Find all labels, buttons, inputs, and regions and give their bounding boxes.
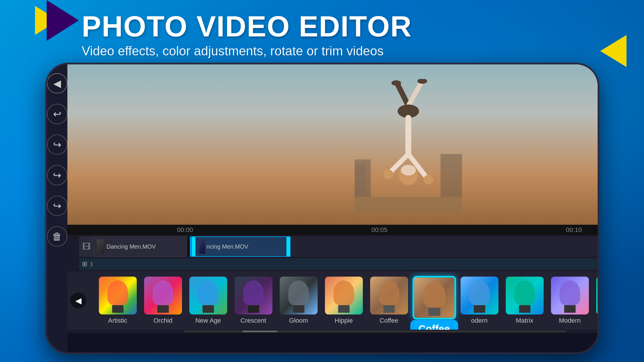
filter-item-artistic[interactable]: Artistic	[95, 277, 140, 324]
filter-item-hippie[interactable]: Hippie	[321, 277, 366, 324]
filter-item-matrix1[interactable]: Matrix	[502, 277, 547, 324]
import-icon: ↪	[53, 139, 61, 150]
filter-label-artistic: Artistic	[108, 317, 127, 324]
main-content: 00:00 00:05 00:10 🎞 Dancing Men.MOV	[67, 64, 599, 352]
clip-2-label: ncing Men.MOV	[206, 243, 287, 250]
undo-button[interactable]: ↩	[47, 104, 67, 124]
svg-point-11	[391, 80, 401, 86]
filter-label-modern1: odern	[471, 317, 487, 324]
header-area: PHOTO VIDEO EDITOR Video effects, color …	[82, 12, 412, 58]
delete-icon: 🗑	[52, 231, 62, 242]
filter-label-gloom: Gloom	[289, 317, 308, 324]
timeline-track[interactable]: 🎞 Dancing Men.MOV ncing Men.MOV	[79, 236, 599, 257]
filter-prev-button[interactable]: ◀	[70, 293, 86, 309]
svg-rect-0	[355, 197, 462, 213]
filter-label-coffee1: Coffee	[379, 317, 398, 324]
svg-rect-14	[440, 154, 462, 197]
filter-thumb-coffee2	[412, 276, 456, 320]
coffee-tooltip: Coffee	[410, 320, 458, 330]
layers-count: 1	[90, 261, 93, 267]
filter-thumb-modern2	[551, 277, 589, 314]
filter-item-modern2[interactable]: Modern	[547, 277, 592, 324]
subtitle-track[interactable]: ⊞ 1	[79, 258, 599, 270]
filter-prev-icon: ◀	[75, 296, 82, 305]
svg-point-8	[424, 175, 433, 184]
redo-icon: ↪	[53, 200, 61, 212]
timeline-ruler: 00:00 00:05 00:10	[67, 225, 599, 235]
filter-label-orchid: Orchid	[153, 317, 172, 324]
phone-mockup: ◀ ↩ ↪ ↩ ↪ 🗑	[45, 63, 599, 354]
svg-line-2	[408, 82, 422, 106]
video-preview	[67, 64, 599, 225]
filter-thumb-matrix1	[506, 277, 544, 314]
filter-thumb-coffee1	[370, 277, 408, 314]
filter-item-crescent[interactable]: Crescent	[231, 277, 276, 324]
filter-label-modern2: Modern	[559, 317, 581, 324]
clip-1-label: Dancing Men.MOV	[106, 243, 156, 250]
filter-item-orchid[interactable]: Orchid	[140, 277, 186, 324]
import-button[interactable]: ↪	[47, 134, 67, 155]
scrollbar-track	[184, 331, 566, 332]
track-icon: 🎞	[79, 236, 94, 257]
clip-2[interactable]: ncing Men.MOV	[191, 236, 290, 257]
svg-rect-15	[355, 165, 365, 197]
filter-thumb-gloom	[280, 277, 318, 314]
app-title: PHOTO VIDEO EDITOR	[82, 12, 412, 41]
filter-thumb-artistic	[99, 277, 137, 314]
filter-label-matrix1: Matrix	[516, 317, 533, 324]
scrollbar-thumb[interactable]	[242, 331, 277, 332]
undo-icon: ↩	[53, 108, 61, 120]
clip-thumbnail-1	[97, 239, 104, 254]
svg-point-7	[383, 169, 393, 179]
clip-thumbnail-2	[199, 239, 205, 254]
coffee-tooltip-label: Coffee	[419, 323, 450, 330]
filter-label-crescent: Crescent	[240, 317, 266, 324]
app-subtitle: Video effects, color adjustments, rotate…	[82, 44, 412, 58]
clip-handle-left[interactable]	[192, 237, 195, 256]
video-content	[67, 64, 599, 225]
filter-thumb-modern1	[461, 277, 498, 314]
filter-item-gloom[interactable]: Gloom	[276, 277, 321, 324]
clip-icon: 🎞	[82, 242, 90, 252]
filter-thumb-matrix2	[596, 277, 600, 314]
dancer-figure	[353, 79, 464, 213]
filter-strip: ◀ Artistic	[67, 271, 599, 330]
undo2-button[interactable]: ↩	[47, 165, 67, 185]
time-marker-0: 00:00	[88, 226, 282, 234]
sky-background	[67, 64, 599, 225]
filter-thumb-crescent	[235, 277, 272, 314]
undo2-icon: ↩	[53, 169, 61, 181]
clip-1[interactable]: Dancing Men.MOV	[94, 236, 187, 257]
filter-item-modern1[interactable]: odern	[457, 277, 502, 324]
filter-item-matrix2[interactable]: Matrix	[592, 277, 599, 324]
left-sidebar: ◀ ↩ ↪ ↩ ↪ 🗑	[47, 64, 67, 352]
layers-icon: ⊞	[82, 260, 87, 268]
triangle-purple-left-icon	[47, 0, 79, 41]
time-marker-1: 00:05	[282, 226, 477, 234]
filter-thumb-hippie	[325, 277, 363, 314]
triangle-yellow-right-icon	[600, 35, 626, 67]
delete-button[interactable]: 🗑	[47, 226, 67, 247]
time-marker-2: 00:10	[477, 226, 599, 234]
scrollbar-area	[67, 330, 599, 333]
filter-item-coffee1[interactable]: Coffee	[366, 277, 412, 324]
filter-item-newage[interactable]: New Age	[186, 277, 231, 324]
filter-thumb-orchid	[144, 277, 182, 314]
redo-button[interactable]: ↪	[47, 196, 67, 216]
filter-item-coffee2[interactable]: Coffee	[408, 276, 460, 320]
timeline-area: 00:00 00:05 00:10 🎞 Dancing Men.MOV	[67, 225, 599, 271]
clip-handle-right[interactable]	[286, 237, 290, 256]
filter-label-hippie: Hippie	[335, 317, 353, 324]
filter-thumb-newage	[189, 277, 227, 314]
filter-label-newage: New Age	[195, 317, 221, 324]
svg-point-10	[401, 165, 416, 175]
svg-line-1	[398, 84, 408, 106]
back-button[interactable]: ◀	[47, 73, 67, 94]
back-icon: ◀	[53, 78, 61, 89]
timeline-playhead	[190, 236, 191, 257]
